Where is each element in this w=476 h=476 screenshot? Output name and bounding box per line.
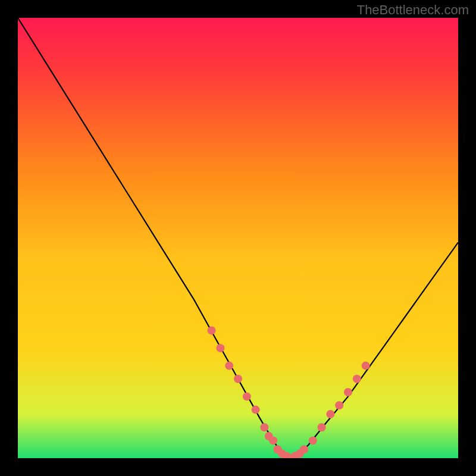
marker-dot bbox=[300, 445, 308, 453]
watermark-text: TheBottleneck.com bbox=[357, 2, 469, 18]
marker-dot bbox=[326, 410, 334, 418]
gradient-background bbox=[18, 18, 458, 458]
marker-dot bbox=[208, 326, 216, 334]
marker-dot bbox=[260, 423, 268, 431]
marker-dot bbox=[344, 388, 352, 396]
marker-dot bbox=[353, 375, 361, 383]
bottleneck-chart bbox=[18, 18, 458, 458]
marker-dot bbox=[269, 436, 277, 444]
marker-dot bbox=[216, 344, 224, 352]
marker-dot bbox=[335, 401, 343, 409]
marker-dot bbox=[252, 406, 260, 414]
marker-dot bbox=[318, 423, 326, 431]
marker-dot bbox=[234, 375, 242, 383]
marker-dot bbox=[225, 362, 233, 370]
chart-frame: TheBottleneck.com bbox=[0, 0, 476, 476]
marker-dot bbox=[309, 436, 317, 444]
chart-svg bbox=[18, 18, 458, 458]
marker-dot bbox=[243, 392, 251, 400]
marker-dot bbox=[362, 362, 370, 370]
